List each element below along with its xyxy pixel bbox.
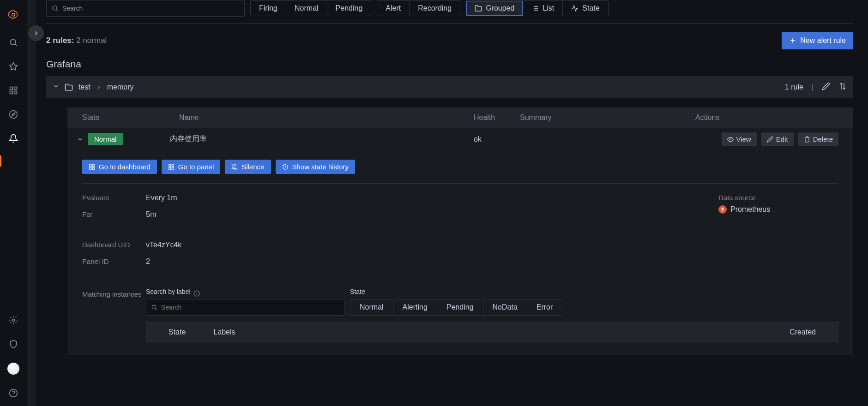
filter-alert[interactable]: Alert: [377, 1, 410, 16]
shield-icon[interactable]: [8, 339, 19, 350]
instances-table-header: State Labels Created: [146, 322, 838, 342]
page-title: Grafana: [46, 59, 853, 70]
data-source-row: Prometheus: [718, 205, 838, 214]
matching-instances-label: Matching instances: [82, 288, 146, 342]
search-field[interactable]: [62, 5, 240, 12]
collapse-rule[interactable]: [73, 136, 88, 143]
svg-rect-11: [90, 164, 91, 166]
svg-rect-12: [92, 164, 94, 166]
help-icon[interactable]: [8, 388, 19, 399]
grafana-logo[interactable]: [5, 7, 22, 24]
collapse-group[interactable]: [53, 83, 59, 91]
avatar[interactable]: [7, 363, 19, 375]
go-to-dashboard-button[interactable]: Go to dashboard: [82, 160, 157, 174]
state-alerting[interactable]: Alerting: [393, 299, 437, 315]
star-icon[interactable]: [8, 61, 19, 72]
dashboard-uid-label: Dashboard UID: [82, 241, 146, 249]
go-to-panel-button[interactable]: Go to panel: [162, 160, 221, 174]
plus-icon: [789, 37, 796, 44]
svg-point-6: [10, 111, 18, 119]
label-search-input[interactable]: [146, 299, 344, 316]
chevron-right-icon: [96, 84, 102, 90]
rule-expanded: Go to dashboard Go to panel Silence Show…: [67, 150, 853, 355]
drawer-toggle[interactable]: [28, 25, 44, 41]
panel-id-label: Panel ID: [82, 257, 146, 266]
rule-count: 1 rule: [785, 83, 803, 91]
svg-rect-14: [92, 167, 94, 169]
state-pending[interactable]: Pending: [437, 299, 483, 315]
folder-icon: [475, 5, 482, 12]
svg-rect-4: [10, 91, 13, 94]
namespace-label: test: [78, 83, 90, 91]
dashboard-uid-value: vTe4zYc4k: [146, 241, 181, 249]
view-list[interactable]: List: [523, 1, 563, 16]
new-alert-rule-button[interactable]: New alert rule: [782, 32, 853, 49]
panel-id-value: 2: [146, 257, 150, 266]
evaluate-label: Evaluate: [82, 194, 146, 202]
state-normal[interactable]: Normal: [350, 299, 393, 315]
svg-rect-16: [172, 164, 174, 166]
explore-icon[interactable]: [8, 109, 19, 120]
view-grouped[interactable]: Grouped: [466, 1, 523, 16]
pencil-icon: [767, 136, 773, 143]
svg-rect-18: [172, 167, 174, 169]
filter-pending[interactable]: Pending: [327, 1, 371, 16]
reorder-button[interactable]: [838, 82, 847, 92]
rule-table-header: State Name Health Summary Actions: [67, 107, 853, 128]
filter-recording[interactable]: Recording: [410, 1, 460, 16]
filter-firing[interactable]: Firing: [251, 1, 286, 16]
edit-group-button[interactable]: [822, 82, 830, 92]
svg-point-1: [10, 39, 16, 45]
svg-point-20: [152, 305, 156, 309]
dashboards-icon[interactable]: [8, 85, 19, 96]
svg-rect-3: [14, 87, 17, 90]
view-state[interactable]: State: [563, 1, 608, 16]
svg-point-10: [729, 138, 731, 140]
svg-point-0: [12, 13, 15, 16]
view-toggle-group: Grouped List State: [466, 0, 609, 16]
main-content: Firing Normal Pending Alert Recording Gr…: [37, 0, 868, 406]
activity-icon: [571, 5, 579, 12]
state-filter-label: State: [350, 288, 562, 295]
state-history-button[interactable]: Show state history: [276, 160, 356, 174]
edit-button[interactable]: Edit: [761, 132, 794, 146]
evaluate-value: Every 1m: [146, 194, 177, 202]
active-indicator: [0, 155, 1, 167]
rule-health: ok: [474, 135, 520, 143]
svg-point-7: [12, 319, 15, 322]
svg-rect-17: [169, 167, 171, 169]
label-search-field[interactable]: [161, 304, 339, 311]
rule-card: State Name Health Summary Actions Normal…: [67, 107, 853, 355]
apps-icon: [168, 164, 175, 170]
rule-row: Normal 内存使用率 ok View Edit Delete: [67, 128, 853, 150]
state-error[interactable]: Error: [527, 299, 562, 315]
filter-normal[interactable]: Normal: [286, 1, 327, 16]
delete-button[interactable]: Delete: [798, 132, 838, 146]
search-icon: [51, 5, 59, 12]
svg-rect-2: [10, 87, 13, 90]
rule-name: 内存使用率: [170, 134, 474, 144]
list-icon: [531, 5, 539, 12]
silence-button[interactable]: Silence: [225, 160, 271, 174]
eye-icon: [727, 136, 734, 143]
history-icon: [282, 164, 289, 170]
status-badge: Normal: [88, 133, 123, 145]
search-by-label-label: Search by label: [146, 288, 191, 295]
nav-sidebar: [0, 0, 27, 406]
svg-rect-5: [14, 91, 17, 94]
view-button[interactable]: View: [722, 132, 757, 146]
search-icon[interactable]: [8, 37, 19, 48]
state-filter-group: Firing Normal Pending: [250, 0, 371, 16]
info-icon[interactable]: [193, 290, 200, 297]
settings-icon[interactable]: [8, 315, 19, 326]
type-filter-group: Alert Recording: [377, 0, 460, 16]
bell-off-icon: [231, 164, 238, 170]
alerting-icon[interactable]: [8, 133, 19, 144]
search-input[interactable]: [46, 0, 245, 17]
svg-point-9: [53, 6, 57, 10]
prometheus-icon: [718, 205, 727, 214]
for-value: 5m: [146, 210, 156, 219]
trash-icon: [804, 136, 810, 143]
state-nodata[interactable]: NoData: [483, 299, 527, 315]
svg-rect-13: [90, 167, 91, 169]
